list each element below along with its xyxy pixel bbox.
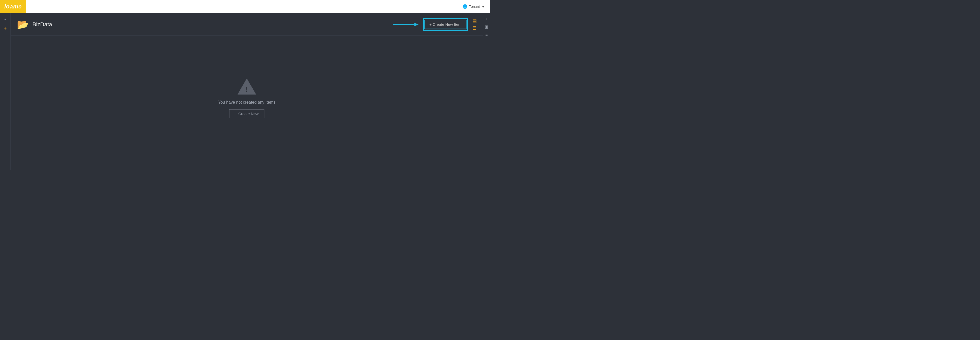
page-title: BizData xyxy=(32,21,52,28)
collapse-sidebar-icon[interactable]: « xyxy=(4,17,6,21)
app-header: loame 🌐 Tenant ▼ xyxy=(0,0,490,13)
create-new-item-button[interactable]: + Create New Item xyxy=(425,20,466,29)
right-collapse-icon[interactable]: » xyxy=(486,17,487,21)
main-layout: « + 📂 BizData + Create New Item xyxy=(0,13,490,170)
view-icons: ▤ ☰ xyxy=(473,18,477,31)
arrow-annotation xyxy=(393,21,418,27)
empty-state-message: You have not created any Items xyxy=(218,100,275,105)
empty-state: ! You have not created any Items + Creat… xyxy=(11,36,483,170)
svg-text:!: ! xyxy=(245,86,248,94)
create-new-button[interactable]: + Create New xyxy=(229,109,264,118)
add-item-icon[interactable]: + xyxy=(4,25,7,32)
tenant-label: Tenant xyxy=(469,5,480,9)
left-sidebar: « + xyxy=(0,13,11,170)
warning-icon: ! xyxy=(237,78,257,95)
card-view-icon[interactable]: ▤ xyxy=(473,18,477,24)
folder-icon: 📂 xyxy=(17,19,29,30)
header-actions: + Create New Item ▤ ☰ xyxy=(393,18,477,31)
content-area: 📂 BizData + Create New Item ▤ xyxy=(11,13,483,170)
list-view-icon[interactable]: ☰ xyxy=(473,25,477,31)
svg-marker-1 xyxy=(414,23,418,26)
breadcrumb: 📂 BizData xyxy=(17,19,52,30)
tenant-dropdown-icon: ▼ xyxy=(481,5,485,9)
blue-arrow-icon xyxy=(393,21,418,27)
globe-icon: 🌐 xyxy=(463,4,468,9)
right-icon-1[interactable]: ▣ xyxy=(485,24,488,29)
right-icon-2[interactable]: ≡ xyxy=(485,33,488,37)
logo-text: loame xyxy=(4,3,22,10)
logo-container: loame xyxy=(0,0,26,13)
content-header: 📂 BizData + Create New Item ▤ xyxy=(11,13,483,36)
tenant-menu[interactable]: 🌐 Tenant ▼ xyxy=(463,4,485,9)
create-new-item-highlight: + Create New Item xyxy=(423,18,468,31)
right-sidebar: » ▣ ≡ xyxy=(483,13,490,170)
